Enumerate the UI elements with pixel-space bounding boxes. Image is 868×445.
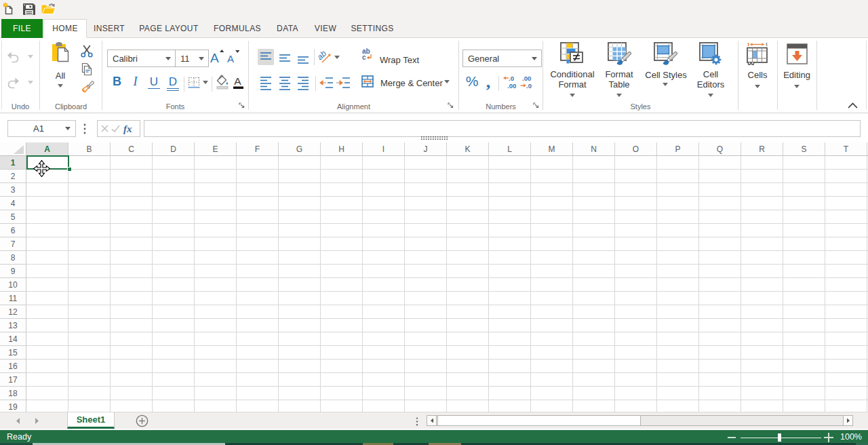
column-header-L[interactable]: L bbox=[489, 142, 531, 155]
prev-sheet-icon[interactable] bbox=[15, 417, 21, 425]
row-header-4[interactable]: 4 bbox=[0, 197, 26, 210]
row-header-6[interactable]: 6 bbox=[0, 224, 26, 237]
row-header-10[interactable]: 10 bbox=[0, 278, 26, 292]
format-table-caret[interactable] bbox=[616, 94, 622, 97]
align-left-button[interactable] bbox=[258, 75, 274, 91]
tab-home[interactable]: HOME bbox=[43, 19, 87, 38]
increase-indent-icon[interactable] bbox=[336, 75, 351, 90]
column-header-K[interactable]: K bbox=[447, 142, 489, 155]
column-header-Q[interactable]: Q bbox=[699, 142, 741, 155]
align-middle-button[interactable] bbox=[277, 49, 293, 65]
alignment-dialog-launcher-icon[interactable] bbox=[448, 102, 454, 109]
scroll-left-button[interactable] bbox=[427, 416, 437, 425]
decrease-indent-icon[interactable] bbox=[319, 75, 334, 90]
column-header-S[interactable]: S bbox=[783, 142, 825, 155]
conditional-format-icon[interactable] bbox=[560, 42, 585, 66]
cell-styles-icon[interactable] bbox=[654, 42, 678, 66]
editing-caret[interactable] bbox=[794, 85, 800, 88]
wrap-text-label[interactable]: Wrap Text bbox=[380, 55, 419, 65]
add-sheet-icon[interactable] bbox=[136, 414, 149, 427]
paste-dropdown-caret[interactable] bbox=[58, 84, 63, 88]
row-header-5[interactable]: 5 bbox=[0, 210, 26, 224]
row-header-1[interactable]: 1 bbox=[0, 156, 26, 170]
decrease-font-icon[interactable]: A bbox=[226, 48, 241, 64]
comma-style-button[interactable]: , bbox=[482, 72, 494, 92]
orientation-dropdown-caret[interactable] bbox=[334, 56, 340, 59]
name-box-splitter-icon[interactable] bbox=[83, 123, 87, 134]
tab-view[interactable]: VIEW bbox=[307, 19, 344, 38]
column-header-H[interactable]: H bbox=[321, 142, 363, 155]
row-header-7[interactable]: 7 bbox=[0, 237, 26, 251]
selection-fill-handle[interactable] bbox=[67, 167, 72, 172]
editing-icon[interactable] bbox=[787, 43, 808, 64]
format-table-button[interactable]: FormatTable bbox=[599, 69, 639, 90]
borders-icon[interactable] bbox=[188, 77, 200, 89]
tab-insert[interactable]: INSERT bbox=[88, 19, 130, 38]
row-header-15[interactable]: 15 bbox=[0, 346, 26, 360]
wrap-text-icon[interactable]: ab c bbox=[362, 48, 373, 60]
orientation-button[interactable]: ab bbox=[317, 49, 334, 65]
merge-center-icon[interactable] bbox=[361, 75, 374, 88]
row-header-14[interactable]: 14 bbox=[0, 332, 26, 346]
increase-decimal-icon[interactable]: .0 .00 bbox=[502, 75, 519, 90]
editing-button[interactable]: Editing bbox=[778, 70, 815, 80]
underline-button[interactable]: U bbox=[148, 75, 160, 89]
cell-editors-caret[interactable] bbox=[708, 94, 713, 97]
tab-formulas[interactable]: FORMULAS bbox=[207, 19, 268, 38]
next-sheet-icon[interactable] bbox=[34, 417, 40, 425]
cell-editors-button[interactable]: CellEditors bbox=[693, 69, 728, 90]
cells-icon[interactable] bbox=[747, 42, 768, 65]
row-header-9[interactable]: 9 bbox=[0, 265, 26, 278]
column-header-T[interactable]: T bbox=[825, 142, 867, 155]
column-header-R[interactable]: R bbox=[741, 142, 783, 155]
cell-styles-caret[interactable] bbox=[663, 83, 668, 86]
double-underline-button[interactable]: D bbox=[167, 75, 179, 91]
column-header-B[interactable]: B bbox=[68, 142, 111, 155]
cells-caret[interactable] bbox=[755, 85, 760, 88]
conditional-format-caret[interactable] bbox=[570, 94, 575, 97]
column-header-N[interactable]: N bbox=[573, 142, 615, 155]
horizontal-scrollbar[interactable] bbox=[427, 415, 853, 426]
column-header-D[interactable]: D bbox=[153, 142, 195, 155]
scroll-right-button[interactable] bbox=[843, 416, 852, 425]
row-header-2[interactable]: 2 bbox=[0, 170, 26, 183]
column-header-G[interactable]: G bbox=[279, 142, 321, 155]
tab-settings[interactable]: SETTINGS bbox=[346, 19, 399, 38]
align-bottom-button[interactable] bbox=[295, 49, 311, 65]
copy-icon[interactable] bbox=[81, 63, 93, 75]
name-box[interactable]: A1 bbox=[7, 120, 76, 137]
percent-style-button[interactable]: % bbox=[465, 73, 479, 90]
format-table-icon[interactable] bbox=[608, 42, 632, 66]
column-header-A[interactable]: A bbox=[26, 142, 68, 155]
bold-button[interactable]: B bbox=[111, 75, 123, 89]
row-header-3[interactable]: 3 bbox=[0, 183, 26, 197]
column-header-O[interactable]: O bbox=[615, 142, 657, 155]
fonts-dialog-launcher-icon[interactable] bbox=[239, 102, 245, 109]
redo-button[interactable] bbox=[7, 77, 20, 89]
zoom-slider-thumb[interactable] bbox=[778, 433, 781, 442]
conditional-format-button[interactable]: ConditionalFormat bbox=[549, 69, 596, 90]
merge-center-label[interactable]: Merge & Center bbox=[380, 78, 443, 88]
redo-dropdown-caret[interactable] bbox=[28, 81, 33, 84]
cells-area[interactable] bbox=[26, 156, 868, 412]
zoom-level[interactable]: 100% bbox=[835, 432, 862, 442]
column-header-C[interactable]: C bbox=[111, 142, 153, 155]
row-header-11[interactable]: 11 bbox=[0, 292, 26, 305]
tab-page-layout[interactable]: PAGE LAYOUT bbox=[134, 19, 203, 38]
tab-data[interactable]: DATA bbox=[269, 19, 306, 38]
row-header-8[interactable]: 8 bbox=[0, 251, 26, 265]
open-icon[interactable] bbox=[41, 2, 55, 16]
row-header-17[interactable]: 17 bbox=[0, 373, 26, 387]
undo-button[interactable] bbox=[7, 52, 20, 63]
row-header-18[interactable]: 18 bbox=[0, 387, 26, 400]
column-header-F[interactable]: F bbox=[237, 142, 279, 155]
column-header-P[interactable]: P bbox=[657, 142, 699, 155]
save-icon[interactable] bbox=[22, 2, 36, 16]
formula-input[interactable] bbox=[144, 120, 861, 137]
align-right-button[interactable] bbox=[295, 75, 311, 91]
new-document-icon[interactable] bbox=[2, 2, 16, 16]
paste-button[interactable] bbox=[49, 42, 72, 63]
select-all-corner[interactable] bbox=[0, 142, 26, 155]
merge-center-dropdown-caret[interactable] bbox=[444, 80, 450, 83]
increase-font-icon[interactable]: A bbox=[210, 48, 224, 64]
